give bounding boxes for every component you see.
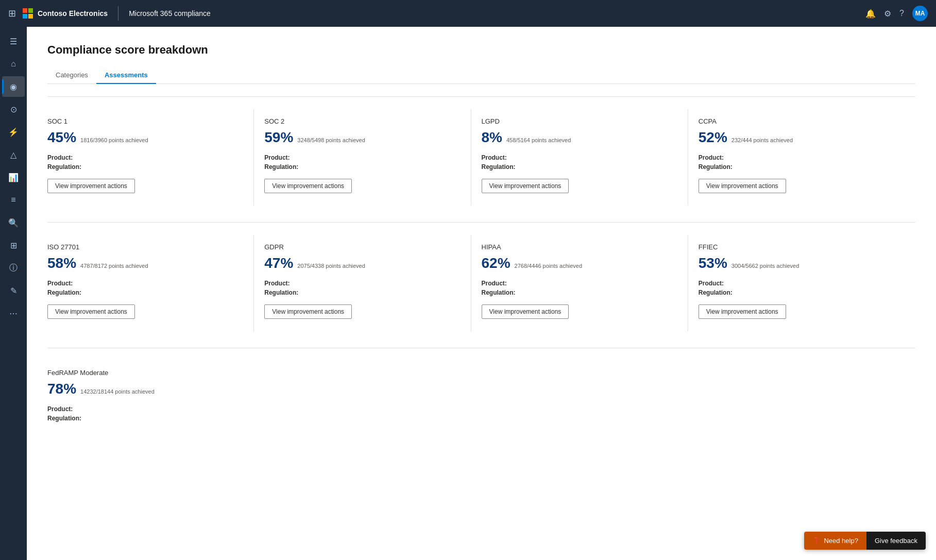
edit-icon: ✎ bbox=[10, 286, 17, 296]
gdpr-details: Product: Regulation: bbox=[264, 280, 460, 296]
sidebar-item-alerts[interactable]: △ bbox=[2, 144, 25, 165]
give-feedback-button[interactable]: Give feedback bbox=[866, 532, 926, 550]
topbar-actions: 🔔 ⚙ ? MA bbox=[865, 6, 928, 21]
ffiec-product: Product: bbox=[699, 280, 905, 287]
need-help-button[interactable]: ❓ Need help? bbox=[804, 532, 866, 550]
assessment-soc1: SOC 1 45% 1816/3960 points achieved Prod… bbox=[47, 109, 254, 206]
svg-rect-3 bbox=[28, 14, 33, 19]
iso27701-percent: 58% bbox=[47, 255, 76, 271]
soc2-score-row: 59% 3248/5498 points achieved bbox=[264, 129, 460, 146]
lgpd-view-actions-button[interactable]: View improvement actions bbox=[482, 179, 569, 193]
audit-icon: ⊞ bbox=[10, 241, 17, 250]
alerts-icon: △ bbox=[10, 150, 16, 160]
apps-icon[interactable]: ⊞ bbox=[8, 8, 16, 19]
gdpr-regulation: Regulation: bbox=[264, 289, 460, 296]
gdpr-product: Product: bbox=[264, 280, 460, 287]
sidebar-item-search[interactable]: ⊙ bbox=[2, 99, 25, 120]
iso27701-view-actions-button[interactable]: View improvement actions bbox=[47, 304, 135, 319]
ccpa-details: Product: Regulation: bbox=[699, 154, 905, 171]
menu-icon: ☰ bbox=[10, 37, 17, 46]
app-name: Contoso Electronics bbox=[38, 9, 108, 18]
bottom-bar: ❓ Need help? Give feedback bbox=[804, 532, 926, 550]
sidebar-item-reports[interactable]: 📊 bbox=[2, 167, 25, 188]
soc1-view-actions-button[interactable]: View improvement actions bbox=[47, 179, 135, 193]
help-icon[interactable]: ? bbox=[899, 9, 904, 18]
fedramp-regulation: Regulation: bbox=[47, 415, 254, 422]
fedramp-product: Product: bbox=[47, 405, 254, 413]
assessments-row-2: ISO 27701 58% 4787/8172 points achieved … bbox=[47, 235, 915, 331]
soc2-percent: 59% bbox=[264, 129, 293, 146]
settings-icon[interactable]: ⚙ bbox=[884, 9, 891, 19]
assessment-soc2: SOC 2 59% 3248/5498 points achieved Prod… bbox=[264, 109, 471, 206]
hipaa-details: Product: Regulation: bbox=[482, 280, 677, 296]
sidebar-item-audit[interactable]: ⊞ bbox=[2, 235, 25, 256]
soc2-details: Product: Regulation: bbox=[264, 154, 460, 171]
need-help-label: Need help? bbox=[824, 537, 858, 545]
info-icon: ⓘ bbox=[9, 263, 18, 274]
sidebar-item-connectors[interactable]: ⚡ bbox=[2, 122, 25, 142]
ffiec-score-row: 53% 3004/5662 points achieved bbox=[699, 255, 905, 271]
hipaa-score-row: 62% 2768/4446 points achieved bbox=[482, 255, 677, 271]
iso27701-score-row: 58% 4787/8172 points achieved bbox=[47, 255, 243, 271]
section-divider-3 bbox=[47, 348, 915, 348]
assessments-row-1: SOC 1 45% 1816/3960 points achieved Prod… bbox=[47, 109, 915, 206]
gdpr-points: 2075/4338 points achieved bbox=[297, 263, 365, 269]
home-icon: ⌂ bbox=[11, 59, 16, 69]
hipaa-view-actions-button[interactable]: View improvement actions bbox=[482, 304, 569, 319]
fedramp-name: FedRAMP Moderate bbox=[47, 369, 254, 377]
notifications-icon[interactable]: 🔔 bbox=[865, 9, 876, 19]
assessment-fedramp: FedRAMP Moderate 78% 14232/18144 points … bbox=[47, 361, 264, 443]
section-divider-2 bbox=[47, 222, 915, 223]
assessment-ccpa: CCPA 52% 232/444 points achieved Product… bbox=[699, 109, 915, 206]
assessment-gdpr: GDPR 47% 2075/4338 points achieved Produ… bbox=[264, 235, 471, 331]
gdpr-view-actions-button[interactable]: View improvement actions bbox=[264, 304, 352, 319]
soc2-points: 3248/5498 points achieved bbox=[297, 137, 365, 143]
fedramp-score-row: 78% 14232/18144 points achieved bbox=[47, 381, 254, 397]
tab-categories[interactable]: Categories bbox=[47, 67, 96, 84]
sidebar-item-ediscovery[interactable]: 🔍 bbox=[2, 212, 25, 233]
assessment-iso27701: ISO 27701 58% 4787/8172 points achieved … bbox=[47, 235, 254, 331]
hipaa-regulation: Regulation: bbox=[482, 289, 677, 296]
soc1-regulation: Regulation: bbox=[47, 163, 243, 171]
sidebar-item-more[interactable]: ⋯ bbox=[2, 303, 25, 324]
soc2-regulation: Regulation: bbox=[264, 163, 460, 171]
sidebar-item-info[interactable]: ⓘ bbox=[2, 258, 25, 278]
svg-rect-1 bbox=[28, 8, 33, 13]
hipaa-percent: 62% bbox=[482, 255, 510, 271]
tab-assessments[interactable]: Assessments bbox=[96, 67, 156, 84]
soc1-name: SOC 1 bbox=[47, 117, 243, 125]
reports-icon: 📊 bbox=[8, 173, 19, 182]
lgpd-regulation: Regulation: bbox=[482, 163, 677, 171]
sidebar-item-menu[interactable]: ☰ bbox=[2, 31, 25, 52]
fedramp-percent: 78% bbox=[47, 381, 76, 397]
lgpd-percent: 8% bbox=[482, 129, 502, 146]
sidebar-item-compliance[interactable]: ◉ bbox=[2, 76, 25, 97]
avatar[interactable]: MA bbox=[912, 6, 928, 21]
lgpd-product: Product: bbox=[482, 154, 677, 161]
soc1-score-row: 45% 1816/3960 points achieved bbox=[47, 129, 243, 146]
svg-rect-2 bbox=[23, 14, 27, 19]
assessments-row-3: FedRAMP Moderate 78% 14232/18144 points … bbox=[47, 361, 915, 443]
soc1-points: 1816/3960 points achieved bbox=[80, 137, 148, 143]
sidebar-item-policies[interactable]: ≡ bbox=[2, 190, 25, 210]
ffiec-name: FFIEC bbox=[699, 243, 905, 251]
soc1-product: Product: bbox=[47, 154, 243, 161]
assessment-lgpd: LGPD 8% 458/5164 points achieved Product… bbox=[482, 109, 688, 206]
sidebar-item-edit[interactable]: ✎ bbox=[2, 280, 25, 301]
hipaa-product: Product: bbox=[482, 280, 677, 287]
product-title: Microsoft 365 compliance bbox=[129, 9, 211, 18]
give-feedback-label: Give feedback bbox=[875, 537, 917, 545]
soc2-view-actions-button[interactable]: View improvement actions bbox=[264, 179, 352, 193]
ffiec-view-actions-button[interactable]: View improvement actions bbox=[699, 304, 786, 319]
nav-divider bbox=[118, 6, 118, 21]
help-circle-icon: ❓ bbox=[812, 537, 821, 545]
iso27701-regulation: Regulation: bbox=[47, 289, 243, 296]
hipaa-name: HIPAA bbox=[482, 243, 677, 251]
lgpd-points: 458/5164 points achieved bbox=[506, 137, 571, 143]
lgpd-name: LGPD bbox=[482, 117, 677, 125]
logo-icon bbox=[22, 8, 33, 19]
ffiec-regulation: Regulation: bbox=[699, 289, 905, 296]
sidebar-item-home[interactable]: ⌂ bbox=[2, 54, 25, 74]
sidebar: ☰ ⌂ ◉ ⊙ ⚡ △ 📊 ≡ 🔍 ⊞ ⓘ bbox=[0, 27, 27, 560]
ccpa-view-actions-button[interactable]: View improvement actions bbox=[699, 179, 786, 193]
